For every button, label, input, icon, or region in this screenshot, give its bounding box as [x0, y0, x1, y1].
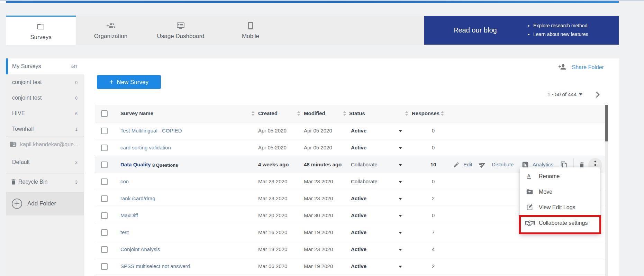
svg-text:A: A: [527, 173, 530, 178]
